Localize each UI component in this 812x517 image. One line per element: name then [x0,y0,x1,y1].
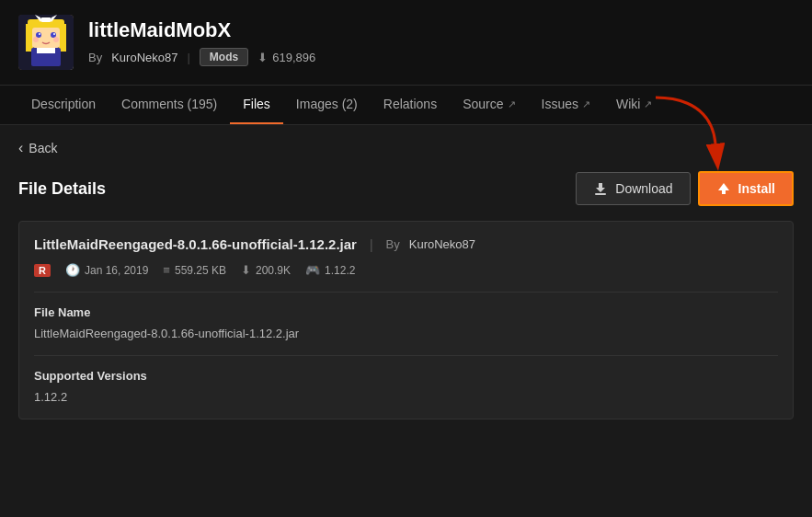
mods-badge[interactable]: Mods [200,48,248,66]
page-header: littleMaidMobX By KuroNeko87 | Mods ⬇ 61… [0,0,812,86]
tab-issues[interactable]: Issues ↗ [529,86,603,124]
file-card-header: LittleMaidReengaged-8.0.1.66-unofficial-… [34,236,778,252]
size-icon: ≡ [163,263,170,277]
external-icon: ↗ [644,98,652,110]
gamepad-icon: 🎮 [305,263,320,277]
main-content: ‹ Back File Details Download Install [0,125,812,434]
install-button[interactable]: Install [698,171,794,206]
r-rating: R [34,264,51,277]
header-info: littleMaidMobX By KuroNeko87 | Mods ⬇ 61… [88,18,315,66]
supported-versions-section: Supported Versions 1.12.2 [34,355,778,404]
install-btn-label: Install [738,181,775,196]
external-icon: ↗ [508,98,516,110]
svg-marker-17 [718,183,729,194]
file-date: Jan 16, 2019 [85,264,148,277]
download-button[interactable]: Download [576,172,690,205]
external-icon: ↗ [582,98,590,110]
file-jar-name: LittleMaidReengaged-8.0.1.66-unofficial-… [34,236,357,252]
mod-title: littleMaidMobX [88,18,315,42]
svg-rect-3 [59,24,66,52]
by-label: By [88,51,102,64]
tab-relations[interactable]: Relations [371,86,450,124]
svg-rect-12 [37,48,55,53]
mod-avatar [18,15,74,70]
svg-rect-13 [40,17,51,22]
tab-description[interactable]: Description [18,86,109,124]
file-card: LittleMaidReengaged-8.0.1.66-unofficial-… [18,221,794,419]
tab-wiki[interactable]: Wiki ↗ [603,86,665,124]
action-buttons: Download Install [576,171,794,206]
download-btn-label: Download [615,181,672,196]
file-author[interactable]: KuroNeko87 [409,237,475,251]
author-name[interactable]: KuroNeko87 [111,51,177,64]
back-button[interactable]: ‹ Back [18,140,57,156]
file-name-label: File Name [34,305,778,319]
file-size: 559.25 KB [175,264,226,277]
install-icon [716,181,731,196]
supported-versions-label: Supported Versions [34,369,778,383]
clock-icon: 🕐 [65,263,80,277]
download-number: 619,896 [272,51,315,64]
svg-point-6 [51,32,56,38]
game-version-meta: 🎮 1.12.2 [305,263,355,277]
file-details-title: File Details [18,179,106,199]
downloads-meta: ⬇ 200.9K [241,263,291,277]
svg-point-7 [39,33,40,35]
svg-point-8 [53,33,55,35]
tab-files[interactable]: Files [230,86,283,124]
back-chevron-icon: ‹ [18,140,23,156]
header-meta: By KuroNeko87 | Mods ⬇ 619,896 [88,48,315,66]
file-meta: R 🕐 Jan 16, 2019 ≡ 559.25 KB ⬇ 200.9K 🎮 … [34,263,778,277]
back-label: Back [29,141,57,155]
supported-versions-value: 1.12.2 [34,390,778,404]
size-meta: ≡ 559.25 KB [163,263,226,277]
file-name-value: LittleMaidReengaged-8.0.1.66-unofficial-… [34,327,778,340]
svg-rect-16 [595,193,606,195]
download-count-icon: ⬇ [241,263,251,277]
download-count: ⬇ 619,896 [257,51,315,64]
svg-point-5 [36,32,41,38]
file-game-version: 1.12.2 [325,264,355,277]
file-details-header: File Details Download Install [18,171,794,206]
file-name-section: File Name LittleMaidReengaged-8.0.1.66-u… [34,292,778,340]
by-label: By [386,237,400,251]
svg-rect-2 [26,24,33,52]
tab-comments[interactable]: Comments (195) [109,86,230,124]
svg-point-10 [53,37,59,42]
tab-source[interactable]: Source ↗ [450,86,528,124]
download-icon [593,181,608,196]
svg-point-9 [33,37,39,42]
nav-tabs: Description Comments (195) Files Images … [0,86,812,125]
date-meta: 🕐 Jan 16, 2019 [65,263,148,277]
download-icon: ⬇ [257,51,268,64]
rating-badge: R [34,264,51,277]
file-downloads: 200.9K [256,264,291,277]
tab-images[interactable]: Images (2) [283,86,371,124]
